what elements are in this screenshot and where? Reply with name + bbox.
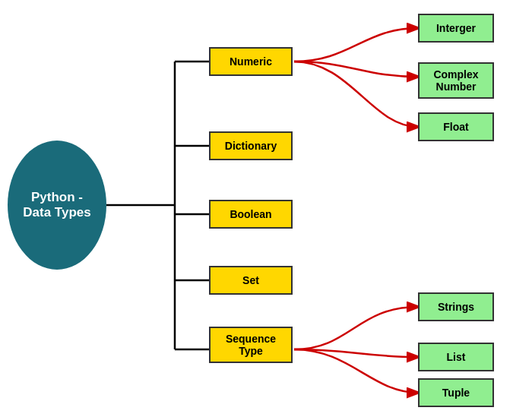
python-data-types-node: Python -Data Types — [8, 141, 106, 270]
integer-node: Interger — [418, 14, 494, 43]
dictionary-node: Dictionary — [209, 131, 293, 160]
strings-node: Strings — [418, 292, 494, 321]
list-label: List — [447, 351, 466, 363]
strings-label: Strings — [438, 301, 474, 313]
diagram: Python -Data Types Numeric Dictionary Bo… — [0, 0, 532, 417]
set-label: Set — [242, 274, 259, 286]
list-node: List — [418, 343, 494, 371]
complex-node: ComplexNumber — [418, 62, 494, 99]
set-node: Set — [209, 266, 293, 295]
tuple-node: Tuple — [418, 378, 494, 407]
numeric-node: Numeric — [209, 47, 293, 76]
ellipse-label: Python -Data Types — [23, 190, 90, 220]
integer-label: Interger — [436, 22, 476, 34]
tuple-label: Tuple — [442, 387, 470, 399]
dictionary-label: Dictionary — [225, 140, 277, 152]
sequence-node: SequenceType — [209, 327, 293, 363]
complex-label: ComplexNumber — [433, 68, 478, 93]
numeric-label: Numeric — [230, 55, 272, 68]
float-label: Float — [443, 121, 468, 133]
boolean-label: Boolean — [230, 208, 271, 220]
float-node: Float — [418, 112, 494, 141]
sequence-label: SequenceType — [226, 333, 276, 357]
boolean-node: Boolean — [209, 200, 293, 229]
